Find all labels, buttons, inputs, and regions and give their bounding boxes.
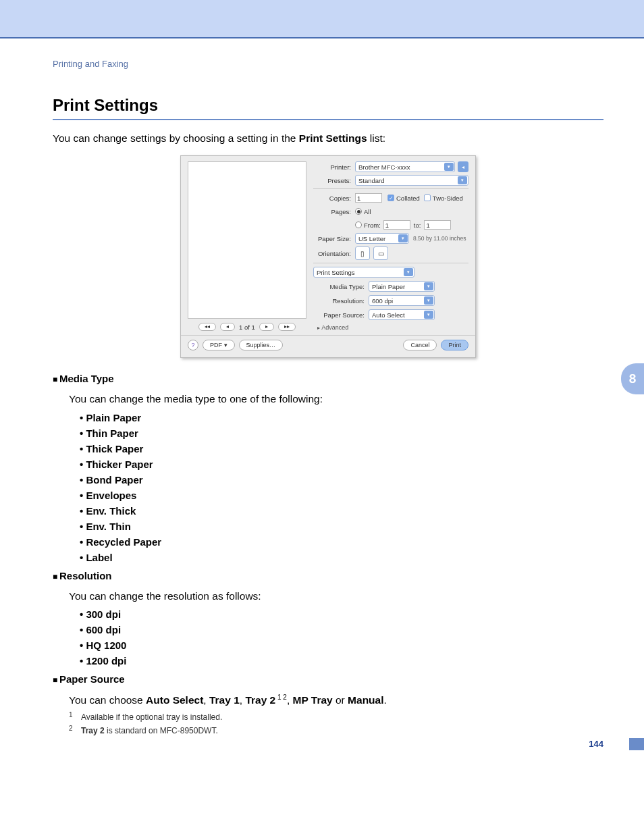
resolution-options: 300 dpi600 dpiHQ 12001200 dpi <box>80 608 603 667</box>
presets-select[interactable]: Standard▾ <box>355 175 468 186</box>
print-preview <box>188 161 306 319</box>
collated-checkbox[interactable]: ✓ <box>387 194 394 201</box>
list-item: Thin Paper <box>80 427 603 439</box>
list-item: Env. Thick <box>80 505 603 517</box>
header-band <box>0 0 644 37</box>
papersize-label: Paper Size: <box>313 235 355 242</box>
orientation-label: Orientation: <box>313 250 355 257</box>
advanced-disclosure[interactable]: Advanced <box>317 324 468 331</box>
dropdown-icon: ▾ <box>458 176 467 184</box>
dropdown-icon: ▾ <box>404 268 413 276</box>
list-item: Plain Paper <box>80 412 603 423</box>
papersize-hint: 8.50 by 11.00 inches <box>413 235 466 242</box>
list-item: 600 dpi <box>80 624 603 635</box>
resolution-select[interactable]: 600 dpi▾ <box>369 295 435 306</box>
list-item: Envelopes <box>80 490 603 501</box>
panel-section-select[interactable]: Print Settings▾ <box>313 267 414 278</box>
copies-input[interactable]: 1 <box>355 193 382 203</box>
paper-source-desc: You can choose Auto Select, Tray 1, Tray… <box>69 692 603 708</box>
footnote-2: 2Tray 2 is standard on MFC-8950DWT. <box>69 726 603 735</box>
resolution-label: Resolution: <box>313 297 369 305</box>
section-paper-source: Paper Source <box>59 673 125 687</box>
footnote-1: 1Available if the optional tray is insta… <box>69 712 603 722</box>
papersource-select[interactable]: Auto Select▾ <box>369 309 435 320</box>
pages-all-radio[interactable] <box>355 208 362 215</box>
section-resolution: Resolution <box>59 570 112 583</box>
page-title: Print Settings <box>53 96 603 115</box>
orientation-portrait-button[interactable]: ▯ <box>355 246 370 260</box>
list-item: HQ 1200 <box>80 640 603 651</box>
copies-label: Copies: <box>313 194 355 202</box>
orientation-landscape-button[interactable]: ▭ <box>373 246 388 260</box>
pager-prev-button[interactable]: ◂ <box>220 323 235 331</box>
dropdown-icon: ▾ <box>444 163 454 171</box>
print-dialog: ◂◂ ◂ 1 of 1 ▸ ▸▸ Printer: Brother MFC-xx… <box>180 155 476 358</box>
pages-to-input[interactable]: 1 <box>424 220 451 230</box>
bullet-icon: ■ <box>53 373 59 386</box>
pages-from-label: From: <box>364 221 381 229</box>
pages-from-input[interactable]: 1 <box>383 220 410 230</box>
dropdown-icon: ▾ <box>424 296 433 305</box>
papersource-label: Paper Source: <box>313 311 369 319</box>
list-item: Thick Paper <box>80 443 603 454</box>
intro-text: You can change settings by choosing a se… <box>53 132 603 145</box>
collated-label: Collated <box>396 194 420 202</box>
list-item: Thicker Paper <box>80 459 603 470</box>
print-button[interactable]: Print <box>441 340 468 350</box>
cancel-button[interactable]: Cancel <box>403 340 437 350</box>
pages-to-label: to: <box>414 221 421 229</box>
title-rule <box>53 119 603 120</box>
pdf-button[interactable]: PDF ▾ <box>203 340 235 350</box>
pages-from-radio[interactable] <box>355 221 362 228</box>
page-number-bar <box>629 738 644 750</box>
printer-label: Printer: <box>313 163 355 171</box>
printer-info-button[interactable]: ◂ <box>458 161 468 172</box>
bullet-icon: ■ <box>53 570 59 583</box>
pages-label: Pages: <box>313 208 355 215</box>
media-type-options: Plain PaperThin PaperThick PaperThicker … <box>80 412 603 563</box>
list-item: 1200 dpi <box>80 655 603 667</box>
papersize-select[interactable]: US Letter▾ <box>355 233 409 244</box>
chapter-tab: 8 <box>621 363 644 394</box>
page-number: 144 <box>589 739 603 749</box>
mediatype-label: Media Type: <box>313 283 369 290</box>
list-item: Recycled Paper <box>80 536 603 548</box>
list-item: Bond Paper <box>80 474 603 486</box>
list-item: Env. Thin <box>80 521 603 532</box>
supplies-button[interactable]: Supplies… <box>239 340 284 350</box>
twosided-label: Two-Sided <box>433 194 463 202</box>
twosided-checkbox[interactable] <box>424 194 431 201</box>
printer-select[interactable]: Brother MFC-xxxx▾ <box>355 161 455 172</box>
dropdown-icon: ▾ <box>424 282 433 290</box>
dropdown-icon: ▾ <box>398 234 408 242</box>
pager-last-button[interactable]: ▸▸ <box>278 323 296 331</box>
pages-all-label: All <box>364 208 371 215</box>
bullet-icon: ■ <box>53 673 59 687</box>
media-type-desc: You can change the media type to one of … <box>69 392 603 407</box>
pager-next-button[interactable]: ▸ <box>259 323 274 331</box>
pager-first-button[interactable]: ◂◂ <box>198 323 216 331</box>
list-item: 300 dpi <box>80 608 603 620</box>
dropdown-icon: ▾ <box>424 311 433 319</box>
list-item: Label <box>80 552 603 563</box>
resolution-desc: You can change the resolution as follows… <box>69 589 603 604</box>
section-media-type: Media Type <box>59 373 114 386</box>
presets-label: Presets: <box>313 177 355 184</box>
pager-label: 1 of 1 <box>239 323 255 331</box>
breadcrumb: Printing and Faxing <box>53 59 603 69</box>
help-button[interactable]: ? <box>188 340 198 350</box>
mediatype-select[interactable]: Plain Paper▾ <box>369 281 435 292</box>
